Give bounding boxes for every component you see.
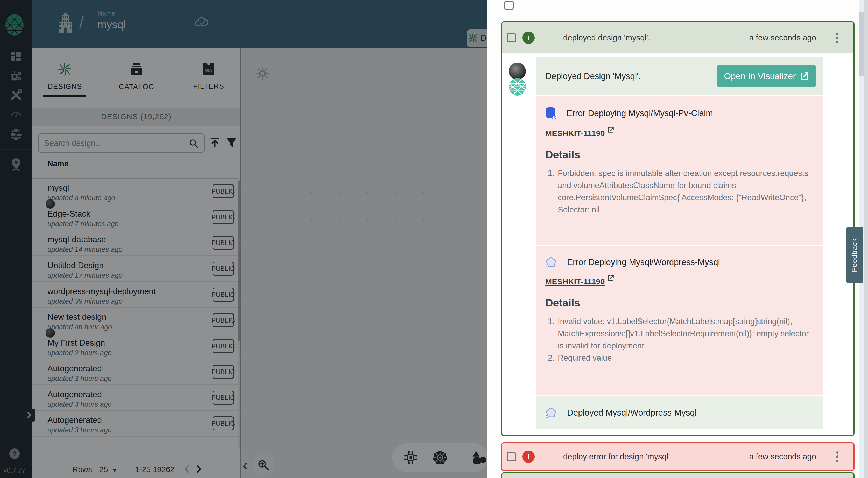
deployed-success-box: Deployed Mysql/Wordpress-Mysql [536, 396, 823, 429]
error-items-list: Invalid value: v1.LabelSelector{MatchLab… [545, 315, 813, 364]
info-icon: i [522, 32, 535, 44]
notification-title: deployed design 'mysql'. [563, 33, 650, 42]
storage-db-icon: ? [545, 107, 556, 120]
deployment-pentagon-icon [545, 407, 557, 418]
error-icon: ! [522, 450, 535, 463]
notification-card-partial[interactable] [501, 472, 855, 478]
notification-drawer: i deployed design 'mysql'. a few seconds… [487, 0, 868, 478]
details-heading: Details [545, 297, 813, 309]
error-item: Required value [558, 353, 612, 362]
deployment-pentagon-icon [545, 256, 557, 268]
open-in-visualizer-button[interactable]: Open In Visualizer [717, 65, 816, 87]
error-title: Error Deploying Mysql/Wordpress-Mysql [567, 257, 720, 267]
feedback-label: Feedback [850, 238, 859, 272]
meshery-bot-avatar [508, 78, 526, 96]
error-title: Error Deploying Mysql/Mysql-Pv-Claim [566, 108, 713, 118]
drawer-scrollbar-thumb[interactable] [860, 12, 864, 76]
feedback-tab[interactable]: Feedback [846, 227, 863, 283]
notification-card-success: i deployed design 'mysql'. a few seconds… [501, 21, 855, 436]
modal-backdrop[interactable] [0, 0, 487, 478]
open-in-visualizer-label: Open In Visualizer [724, 71, 796, 81]
deployed-design-box: Deployed Design 'Mysql'. Open In Visuali… [536, 57, 823, 95]
meshkit-error-link[interactable]: MESHKIT-11190 [545, 277, 605, 286]
error-detail-box: Error Deploying Mysql/Wordpress-Mysql ME… [536, 246, 823, 394]
notification-time: a few seconds ago [749, 33, 816, 42]
meshkit-error-link[interactable]: MESHKIT-11190 [545, 129, 605, 138]
external-link-icon [608, 126, 614, 133]
error-detail-box: ? Error Deploying Mysql/Mysql-Pv-Claim M… [536, 96, 823, 245]
notification-time: a few seconds ago [749, 452, 816, 461]
external-link-icon [608, 275, 614, 281]
svg-text:?: ? [553, 116, 555, 119]
details-heading: Details [545, 149, 813, 161]
notification-header[interactable]: i deployed design 'mysql'. a few seconds… [502, 22, 854, 53]
deployed-text: Deployed Mysql/Wordpress-Mysql [567, 408, 697, 418]
error-item: Forbidden: spec is immutable after creat… [558, 169, 808, 214]
notification-select-checkbox[interactable] [504, 1, 514, 10]
deployed-design-text: Deployed Design 'Mysql'. [545, 71, 641, 81]
notification-card-error[interactable]: ! deploy error for design 'mysql' a few … [501, 442, 855, 471]
error-item: Invalid value: v1.LabelSelector{MatchLab… [558, 317, 809, 350]
user-avatar [509, 63, 526, 80]
window-scrollbar[interactable] [864, 0, 868, 478]
error-items-list: Forbidden: spec is immutable after creat… [545, 167, 813, 216]
notification-title: deploy error for design 'mysql' [563, 452, 670, 461]
notification-checkbox[interactable] [507, 452, 516, 461]
notification-checkbox[interactable] [507, 33, 516, 42]
kebab-menu-icon[interactable] [836, 33, 838, 43]
external-link-icon [800, 71, 809, 80]
kebab-menu-icon[interactable] [836, 451, 838, 462]
